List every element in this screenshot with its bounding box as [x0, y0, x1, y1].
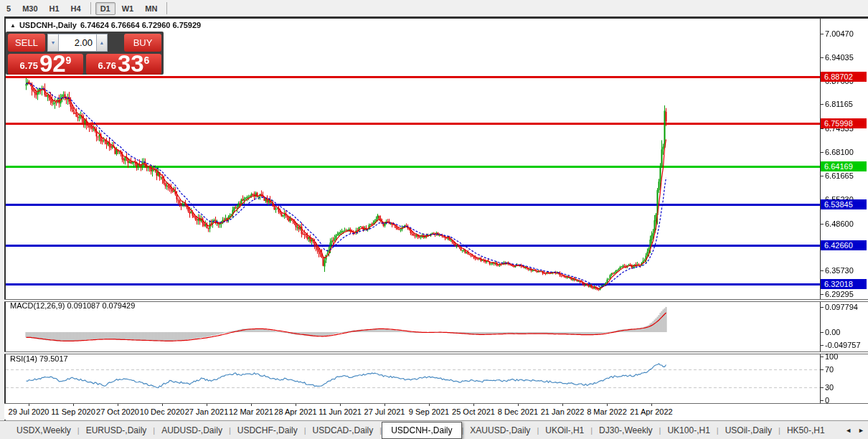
- time-axis-tick: [607, 404, 608, 406]
- price-axis-tick: 6.81165: [821, 100, 853, 108]
- time-axis-tick: [562, 404, 563, 406]
- tab-audusd-daily[interactable]: AUDUSD-,Daily: [155, 423, 229, 438]
- sell-price-pip: 9: [66, 55, 72, 66]
- chart-title: ▲ USDCNH-,Daily 6.74624 6.76664 6.72960 …: [10, 21, 201, 29]
- price-level-label: 6.64169: [821, 161, 867, 171]
- toolbar-separator: [166, 2, 167, 14]
- volume-input[interactable]: [59, 34, 96, 52]
- time-axis-tick: [251, 404, 252, 406]
- tab-dj30-weekly[interactable]: DJ30-,Weekly: [593, 423, 659, 438]
- date-label: 9 Sep 2021: [409, 407, 449, 416]
- timeframe-button-M30[interactable]: M30: [17, 2, 42, 15]
- date-label: 12 Mar 2021: [229, 407, 273, 416]
- rsi-axis-tick: 70: [821, 365, 834, 374]
- timeframe-button-W1[interactable]: W1: [117, 2, 139, 15]
- date-label: 21 Apr 2022: [630, 407, 672, 416]
- date-label: 11 Sep 2020: [51, 407, 95, 416]
- tab-scroll-arrows: ◄►: [845, 427, 864, 434]
- tab-usdchf-daily[interactable]: USDCHF-,Daily: [231, 423, 304, 438]
- price-level-label: 6.88702: [821, 72, 867, 82]
- tab-usdcad-daily[interactable]: USDCAD-,Daily: [306, 423, 380, 438]
- timeframe-button-MN[interactable]: MN: [140, 2, 162, 15]
- tab-uk100-h1[interactable]: UK100-,H1: [661, 423, 716, 438]
- macd-axis-tick: -0.049757: [821, 341, 861, 349]
- tab-hk50-h1[interactable]: HK50-,H1: [780, 423, 831, 438]
- volume-increase-icon[interactable]: ▲: [96, 34, 108, 52]
- time-axis-tick: [118, 404, 118, 406]
- buy-button[interactable]: BUY: [124, 34, 161, 52]
- tab-scroll-left-icon[interactable]: ◄: [845, 427, 852, 434]
- rsi-axis-tick: 100: [821, 352, 838, 361]
- symbol-period-label: USDCNH-,Daily: [19, 21, 77, 29]
- tab-scroll-right-icon[interactable]: ►: [858, 427, 864, 434]
- date-label: 11 Jun 2021: [319, 407, 362, 416]
- tab-eurusd-daily[interactable]: EURUSD-,Daily: [80, 423, 154, 438]
- date-label: 28 Apr 2021: [274, 407, 316, 416]
- buy-price-tile[interactable]: 6.76336: [86, 54, 161, 75]
- volume-decrease-icon[interactable]: ▼: [47, 34, 59, 52]
- time-axis-tick: [518, 404, 519, 406]
- price-axis[interactable]: 7.004706.940356.876006.811656.745356.681…: [820, 19, 868, 403]
- chart-tab-bar: USDX,Weekly|EURUSD-,Daily|AUDUSD-,Daily|…: [0, 420, 868, 439]
- date-label: 8 Mar 2022: [587, 407, 627, 416]
- price-axis-tick: 6.68100: [821, 148, 854, 156]
- date-label: 27 Oct 2020: [96, 407, 139, 416]
- time-axis-tick: [73, 404, 74, 406]
- macd-axis-tick: 0.00: [821, 328, 840, 336]
- date-label: 27 Jan 2021: [185, 407, 229, 416]
- rsi-indicator-label: RSI(14) 79.5017: [10, 354, 68, 363]
- price-axis-tick: 6.35730: [821, 266, 854, 275]
- tab-xauusd-daily[interactable]: XAUUSD-,Daily: [463, 423, 537, 438]
- time-axis[interactable]: 29 Jul 202011 Sep 202027 Oct 202010 Dec …: [4, 404, 868, 420]
- tab-ukoil-h1[interactable]: UKOil-,H1: [539, 423, 590, 438]
- time-axis-tick: [651, 404, 652, 406]
- date-label: 10 Dec 2020: [140, 407, 184, 416]
- timeframe-button-D1[interactable]: D1: [95, 2, 115, 15]
- price-axis-tick: 7.00470: [821, 29, 854, 38]
- time-axis-tick: [385, 404, 385, 406]
- trading-platform-window: 5M30H1H4D1W1MN ▲ USDCNH-,Daily 6.74624 6…: [0, 0, 868, 439]
- macd-indicator-label: MACD(12,26,9) 0.091087 0.079429: [10, 301, 135, 310]
- timeframe-toolbar: 5M30H1H4D1W1MN: [0, 0, 868, 16]
- price-axis-tick: 6.61665: [821, 171, 854, 180]
- buy-price-pip: 6: [144, 55, 150, 66]
- one-click-trading-panel: SELL ▼ ▲ BUY 6.75929 6.76336: [6, 32, 164, 75]
- time-axis-tick: [207, 404, 207, 406]
- timeframe-button-5[interactable]: 5: [1, 2, 16, 15]
- timeframe-button-H4[interactable]: H4: [66, 2, 86, 15]
- price-axis-tick: 6.48600: [821, 220, 854, 228]
- tab-usoil-daily[interactable]: USOil-,Daily: [719, 423, 778, 438]
- tab-usdx-weekly[interactable]: USDX,Weekly: [10, 423, 77, 438]
- sell-price-prefix: 6.75: [20, 60, 38, 71]
- date-label: 8 Dec 2021: [498, 407, 538, 416]
- sell-button[interactable]: SELL: [8, 34, 45, 52]
- macd-axis-tick: 0.097794: [821, 303, 858, 311]
- price-axis-tick: 6.94035: [821, 53, 854, 62]
- rsi-panel-divider[interactable]: [4, 351, 868, 354]
- time-axis-tick: [296, 404, 296, 406]
- time-axis-tick: [473, 404, 474, 406]
- price-level-label: 6.53845: [821, 199, 867, 209]
- timeframe-button-H1[interactable]: H1: [44, 2, 65, 15]
- price-level-label: 6.42660: [821, 240, 867, 250]
- tab-usdcnh-daily[interactable]: USDCNH-,Daily: [382, 422, 461, 439]
- buy-price-main: 33: [118, 55, 144, 73]
- date-label: 27 Jul 2021: [364, 407, 405, 416]
- time-axis-tick: [29, 404, 29, 406]
- collapse-panel-icon[interactable]: ▲: [10, 22, 16, 29]
- time-axis-tick: [340, 404, 341, 406]
- date-label: 21 Jan 2022: [541, 407, 585, 416]
- price-axis-tick: 6.29295: [821, 290, 854, 298]
- rsi-axis-tick: 30: [821, 383, 834, 392]
- sell-price-tile[interactable]: 6.75929: [8, 54, 83, 75]
- price-level-label: 6.75998: [821, 118, 867, 128]
- buy-price-prefix: 6.76: [98, 60, 116, 71]
- time-axis-tick: [162, 404, 163, 406]
- toolbar-separator: [90, 2, 91, 14]
- volume-stepper: ▼ ▲: [47, 34, 108, 52]
- date-label: 25 Oct 2021: [452, 407, 495, 416]
- sell-price-main: 92: [39, 55, 66, 73]
- date-label: 29 Jul 2020: [9, 407, 49, 416]
- price-level-label: 6.32018: [821, 279, 867, 289]
- time-axis-tick: [429, 404, 430, 406]
